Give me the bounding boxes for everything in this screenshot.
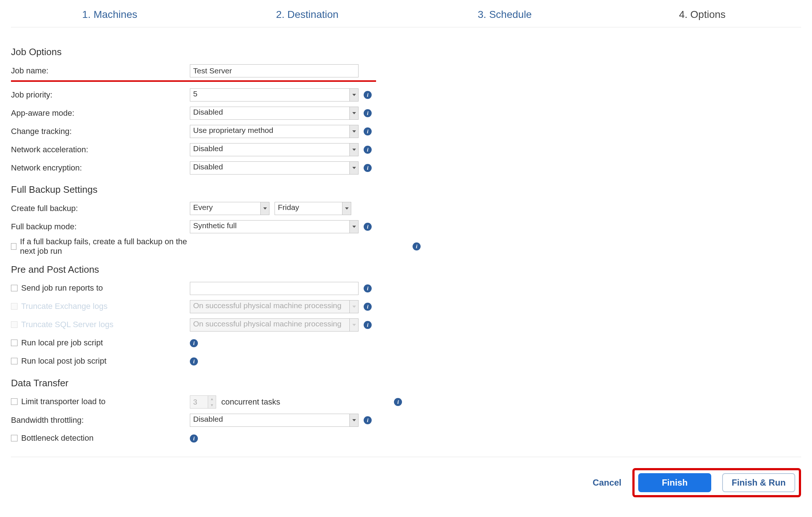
section-data-transfer: Data Transfer [11,378,801,389]
select-full-backup-mode[interactable]: Synthetic full [190,220,359,233]
highlight-box: Finish Finish & Run [632,468,801,497]
select-bandwidth-throttling[interactable]: Disabled [190,414,359,427]
checkbox-truncate-sql: Truncate SQL Server logs [11,320,114,329]
label-job-name: Job name: [11,66,190,76]
select-app-aware[interactable]: Disabled [190,107,359,120]
info-icon[interactable]: i [364,223,372,231]
spinner-buttons: ▲ ▼ [208,396,216,408]
info-icon[interactable]: i [190,357,198,365]
label-net-accel: Network acceleration: [11,145,190,154]
info-icon[interactable]: i [364,127,372,135]
info-icon[interactable]: i [364,164,372,172]
info-icon[interactable]: i [190,434,198,443]
section-full-backup: Full Backup Settings [11,184,801,195]
input-job-name[interactable] [190,64,359,77]
chevron-down-icon [349,143,358,156]
select-full-backup-freq[interactable]: Every [190,202,269,215]
info-icon[interactable]: i [190,339,198,347]
chevron-down-icon [349,125,358,138]
footer: Cancel Finish Finish & Run [11,457,801,497]
tab-destination[interactable]: 2. Destination [208,5,406,27]
info-icon[interactable]: i [364,146,372,154]
chevron-down-icon [349,89,358,101]
info-icon[interactable]: i [413,242,421,250]
chevron-down-icon [342,202,351,215]
checkbox-truncate-exchange: Truncate Exchange logs [11,302,107,311]
checkbox-bottleneck[interactable]: Bottleneck detection [11,433,93,443]
info-icon[interactable]: i [364,91,372,99]
checkbox-icon [11,243,16,250]
label-change-tracking: Change tracking: [11,127,190,136]
select-truncate-sql: On successful physical machine processin… [190,318,359,332]
chevron-down-icon [349,221,358,233]
label-app-aware: App-aware mode: [11,108,190,118]
chevron-down-icon [349,300,358,313]
label-concurrent-tasks: concurrent tasks [221,397,280,407]
chevron-down-icon [349,162,358,174]
section-pre-post: Pre and Post Actions [11,264,801,275]
info-icon[interactable]: i [364,109,372,117]
info-icon[interactable]: i [364,284,372,292]
chevron-down-icon [349,107,358,119]
checkbox-pre-script[interactable]: Run local pre job script [11,338,103,348]
checkbox-icon [11,398,18,405]
checkbox-full-backup-retry[interactable]: If a full backup fails, create a full ba… [11,237,190,256]
tab-options[interactable]: 4. Options [604,5,801,27]
label-net-enc: Network encryption: [11,163,190,173]
label-full-backup-mode: Full backup mode: [11,222,190,231]
input-transporter-limit: 3 ▲ ▼ [190,395,216,409]
label-create-full-backup: Create full backup: [11,204,190,213]
finish-run-button[interactable]: Finish & Run [722,473,795,492]
checkbox-icon [11,303,18,310]
select-truncate-exchange: On successful physical machine processin… [190,300,359,313]
checkbox-limit-transporter[interactable]: Limit transporter load to [11,397,106,406]
section-job-options: Job Options [11,46,801,58]
chevron-down-icon [349,414,358,426]
wizard-tabs: 1. Machines 2. Destination 3. Schedule 4… [11,0,801,27]
checkbox-icon [11,321,18,328]
label-bandwidth-throttling: Bandwidth throttling: [11,415,190,425]
chevron-up-icon: ▲ [208,396,216,402]
checkbox-icon [11,340,18,346]
input-send-reports[interactable] [190,282,359,295]
chevron-down-icon [349,319,358,331]
checkbox-icon [11,358,18,364]
select-net-enc[interactable]: Disabled [190,161,359,175]
checkbox-post-script[interactable]: Run local post job script [11,356,107,366]
info-icon[interactable]: i [394,398,402,406]
label-job-priority: Job priority: [11,90,190,100]
checkbox-icon [11,435,18,441]
info-icon[interactable]: i [364,303,372,311]
info-icon[interactable]: i [364,321,372,329]
info-icon[interactable]: i [364,416,372,424]
chevron-down-icon [260,202,269,215]
chevron-down-icon: ▼ [208,402,216,408]
tab-machines[interactable]: 1. Machines [11,5,208,27]
select-full-backup-day[interactable]: Friday [275,202,351,215]
select-change-tracking[interactable]: Use proprietary method [190,125,359,138]
checkbox-icon [11,285,18,291]
select-job-priority[interactable]: 5 [190,88,359,102]
highlight-bar [11,80,376,82]
select-net-accel[interactable]: Disabled [190,143,359,156]
finish-button[interactable]: Finish [638,473,711,492]
cancel-button[interactable]: Cancel [593,478,621,488]
checkbox-send-reports[interactable]: Send job run reports to [11,283,103,293]
tab-schedule[interactable]: 3. Schedule [406,5,604,27]
